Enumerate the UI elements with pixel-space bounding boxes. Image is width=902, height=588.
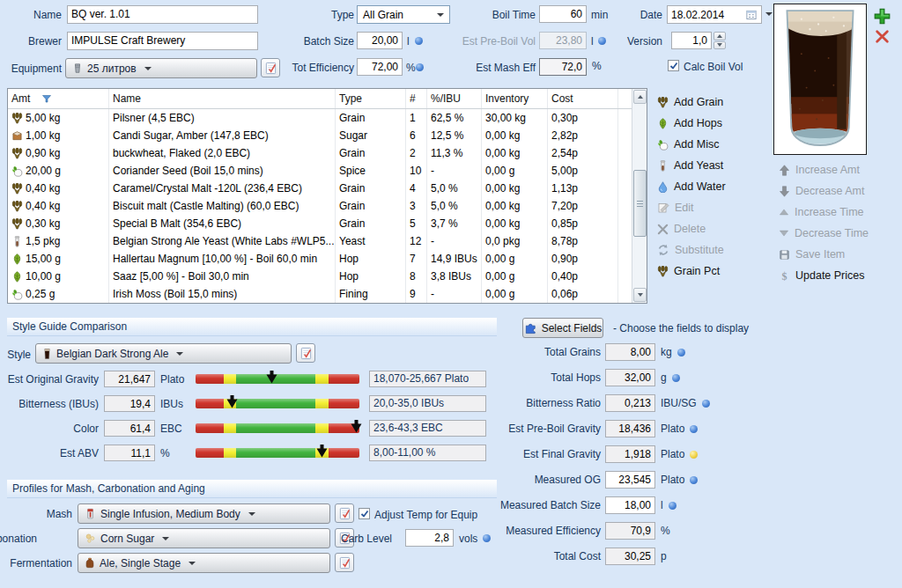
- tot-efficiency-input[interactable]: 72,00: [357, 58, 403, 76]
- date-dropdown-arrow[interactable]: [765, 12, 773, 16]
- style-metric-value: 21,647: [104, 371, 155, 387]
- ingredient-pct: 5,0 %: [427, 180, 482, 197]
- update-prices-button[interactable]: $Update Prices: [779, 265, 869, 286]
- est-preboil-vol-field: 23,80: [539, 32, 587, 49]
- style-range-text: 18,070-25,667 Plato: [369, 371, 486, 387]
- ingredient-cost: 0,40p: [548, 268, 618, 285]
- edit-button[interactable]: Edit: [657, 197, 726, 218]
- ingredient-row[interactable]: 10,00 gSaaz [5,00 %] - Boil 30,0 minHop8…: [8, 268, 632, 285]
- batch-size-input[interactable]: 20,00: [357, 32, 403, 49]
- increase-amt-button[interactable]: Increase Amt: [779, 159, 869, 180]
- column-header-type[interactable]: Type: [336, 89, 406, 108]
- name-label: Name: [33, 9, 62, 21]
- column-header-cost[interactable]: Cost: [548, 89, 618, 108]
- profiles-title: Profiles for Mash, Carbonation and Aging: [12, 482, 205, 495]
- style-dropdown[interactable]: Belgian Dark Strong Ale: [35, 343, 292, 364]
- ingredient-type: Grain: [336, 180, 406, 197]
- ingredient-amt-cell: 1,5 pkg: [8, 232, 109, 250]
- style-metric-unit: %: [160, 447, 170, 459]
- scrollbar-thumb[interactable]: [633, 170, 647, 237]
- carb-level-input[interactable]: 2,8: [405, 529, 454, 547]
- ingredient-inventory: 0,00 kg: [482, 180, 548, 197]
- calc-boil-vol-checkbox[interactable]: [668, 60, 679, 71]
- ingredient-row[interactable]: 0,40 kgBiscuit malt (Castle Malting) (60…: [8, 197, 632, 215]
- equipment-detail-button[interactable]: [261, 58, 280, 77]
- brewer-input[interactable]: IMPULSE Craft Brewery: [67, 32, 258, 50]
- date-input[interactable]: 18.02.2014: [667, 5, 762, 24]
- fermentation-detail-button[interactable]: [335, 553, 354, 572]
- boil-time-input[interactable]: 60: [539, 5, 587, 23]
- mash-detail-button[interactable]: [335, 503, 354, 523]
- carbonation-dropdown[interactable]: Corn Sugar: [78, 528, 330, 548]
- est-preboil-vol-label: Est Pre-Boil Vol: [462, 35, 536, 48]
- add-hops-button[interactable]: Add Hops: [657, 113, 726, 134]
- action-label: Add Yeast: [674, 159, 723, 172]
- ingredient-inventory: 0,00 kg: [482, 197, 548, 215]
- decrease-amt-button[interactable]: Decrease Amt: [779, 180, 869, 202]
- spice-icon: [11, 165, 23, 177]
- table-scrollbar[interactable]: [632, 89, 647, 303]
- adjust-temp-checkbox[interactable]: [359, 508, 370, 519]
- decrease-time-button[interactable]: Decrease Time: [779, 223, 869, 244]
- add-recipe-icon[interactable]: [874, 8, 891, 25]
- measured-og-input[interactable]: 23,545: [605, 471, 655, 489]
- scroll-up-button[interactable]: [633, 90, 647, 104]
- version-down-button[interactable]: [713, 41, 726, 50]
- name-input[interactable]: BQ ver. 1.01: [67, 5, 258, 24]
- scroll-down-button[interactable]: [633, 288, 647, 302]
- ingredient-row[interactable]: 0,90 kgbuckwheat, Flaked (2,0 EBC)Grain2…: [8, 144, 632, 162]
- add-misc-button[interactable]: Add Misc: [657, 134, 726, 155]
- ingredient-row[interactable]: 0,30 kgSpecial B Malt (354,6 EBC)Grain53…: [8, 215, 632, 232]
- delete-button[interactable]: Delete: [657, 218, 726, 239]
- range-marker-icon: [266, 371, 277, 386]
- ingredient-type: Yeast: [336, 232, 406, 250]
- column-header-inventory[interactable]: Inventory: [482, 89, 548, 108]
- ingredient-inventory: 0,00 kg: [482, 215, 548, 232]
- add-yeast-button[interactable]: Add Yeast: [657, 155, 726, 176]
- tot-efficiency-dot: [416, 63, 424, 71]
- grain-pct-button[interactable]: Grain Pct: [657, 261, 726, 282]
- ingredient-row[interactable]: 5,00 kgPilsner (4,5 EBC)Grain162,5 %30,0…: [8, 109, 632, 127]
- save-item-button[interactable]: Save Item: [779, 244, 869, 265]
- action-label: Increase Time: [795, 206, 864, 218]
- equipment-dropdown[interactable]: 25 литров: [65, 58, 257, 78]
- column-header-amt[interactable]: Amt: [8, 89, 109, 108]
- brewer-label: Brewer: [28, 35, 62, 48]
- fermenter-icon: [85, 557, 95, 569]
- ingredient-row[interactable]: 15,00 gHallertau Magnum [10,00 %] - Boil…: [8, 250, 632, 268]
- version-stepper[interactable]: [713, 32, 726, 49]
- select-fields-button[interactable]: Select Fields: [522, 318, 603, 338]
- column-header-pct[interactable]: %/IBU: [427, 89, 482, 108]
- add-grain-button[interactable]: Add Grain: [657, 92, 726, 113]
- delete-recipe-icon[interactable]: [875, 29, 890, 44]
- ingredient-amt: 0,30 kg: [26, 217, 60, 230]
- version-input[interactable]: 1,0: [671, 32, 712, 49]
- ingredient-row[interactable]: 1,00 kgCandi Sugar, Amber (147,8 EBC)Sug…: [8, 127, 632, 144]
- ingredient-name: Special B Malt (354,6 EBC): [109, 215, 336, 232]
- calendar-icon[interactable]: [745, 9, 758, 20]
- grain-icon: [657, 97, 669, 108]
- add-water-button[interactable]: Add Water: [657, 176, 726, 197]
- ingredient-name: Coriander Seed (Boil 15,0 mins): [109, 162, 336, 180]
- fermentation-dropdown[interactable]: Ale, Single Stage: [78, 553, 330, 573]
- chevron-down-icon: [176, 352, 183, 356]
- action-label: Add Hops: [674, 117, 722, 129]
- measured-batch-size-input[interactable]: 18,00: [605, 496, 655, 514]
- yeast-icon: [657, 160, 669, 172]
- ingredient-row[interactable]: 0,40 kgCaramel/Crystal Malt -120L (236,4…: [8, 180, 632, 197]
- ingredient-row[interactable]: 20,00 gCoriander Seed (Boil 15,0 mins)Sp…: [8, 162, 632, 180]
- column-header-num[interactable]: #: [406, 89, 427, 108]
- type-dropdown[interactable]: All Grain: [357, 5, 450, 24]
- ingredient-num: 7: [406, 250, 427, 268]
- fermentation-label: Fermentation: [10, 557, 72, 570]
- substitute-button[interactable]: Substitute: [657, 239, 726, 261]
- ingredient-row[interactable]: 1,5 pkgBelgian Strong Ale Yeast (White L…: [8, 232, 632, 250]
- increase-time-button[interactable]: Increase Time: [779, 202, 869, 223]
- style-detail-button[interactable]: [296, 343, 315, 363]
- sort-filter-icon[interactable]: [42, 95, 51, 103]
- mash-dropdown[interactable]: Single Infusion, Medium Body: [78, 503, 330, 524]
- version-up-button[interactable]: [713, 32, 726, 40]
- carb-level-dot: [483, 534, 491, 542]
- ingredient-row[interactable]: 0,25 gIrish Moss (Boil 15,0 mins)Fining9…: [8, 285, 632, 303]
- column-header-name[interactable]: Name: [109, 89, 336, 108]
